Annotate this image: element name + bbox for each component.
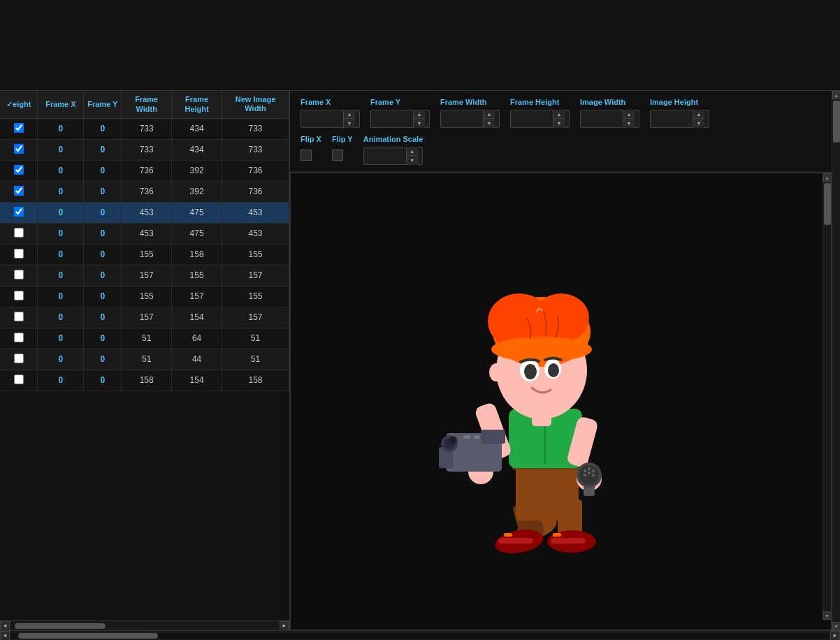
main-h-scrollbar[interactable]: ◄ ► [0, 630, 840, 640]
image-height-down[interactable]: ▼ [693, 119, 704, 128]
row-check [0, 202, 38, 223]
main-scroll-up[interactable]: ▲ [832, 91, 841, 99]
image-width-spinner[interactable]: 453 ▲ ▼ [580, 110, 639, 128]
image-height-up[interactable]: ▲ [693, 110, 704, 119]
svg-point-32 [451, 438, 455, 442]
main-h-thumb[interactable] [18, 633, 158, 639]
frame-width-up[interactable]: ▲ [484, 110, 495, 119]
row-cell-fx: 0 [38, 244, 84, 265]
table-row[interactable]: 00516451 [0, 328, 289, 349]
row-cell-fw: 51 [122, 328, 172, 349]
row-cell-niw: 453 [222, 223, 289, 244]
frame-width-label: Frame Width [440, 98, 500, 107]
image-height-input[interactable]: 475 [651, 112, 693, 125]
row-cell-niw: 155 [222, 286, 289, 307]
animation-scale-down[interactable]: ▼ [407, 156, 418, 165]
flip-y-checkbox-item [332, 147, 353, 161]
frame-x-input[interactable]: 0 [301, 112, 343, 125]
row-cell-niw: 733 [222, 139, 289, 160]
table-row[interactable]: 00157155157 [0, 265, 289, 286]
row-cell-niw: 736 [222, 160, 289, 181]
col-header-frame-height: Frame Height [172, 91, 222, 118]
col-header-check: ✓eight [0, 91, 38, 118]
animation-scale-input[interactable]: 0.9 [364, 150, 406, 162]
frame-width-spinner[interactable]: 453 ▲ ▼ [440, 110, 500, 128]
row-check [0, 181, 38, 202]
row-cell-fw: 453 [122, 202, 172, 223]
main-h-right[interactable]: ► [830, 631, 840, 641]
frame-y-input[interactable]: 0 [371, 112, 413, 125]
frame-height-spinner[interactable]: 475 ▲ ▼ [510, 110, 570, 128]
right-panel: Frame X 0 ▲ ▼ Frame Y 0 ▲ [290, 91, 832, 630]
main-v-thumb[interactable] [833, 101, 840, 143]
image-width-input[interactable]: 453 [581, 112, 623, 125]
svg-rect-33 [463, 435, 470, 439]
row-cell-fw: 453 [122, 223, 172, 244]
frame-width-group: Frame Width 453 ▲ ▼ [440, 98, 500, 128]
table-row[interactable]: 00157154157 [0, 307, 289, 328]
table-row[interactable]: 00736392736 [0, 181, 289, 202]
table-row[interactable]: 00155158155 [0, 244, 289, 265]
frame-x-up[interactable]: ▲ [344, 110, 355, 119]
row-check [0, 118, 38, 139]
h-scroll-thumb[interactable] [15, 623, 106, 629]
row-check [0, 139, 38, 160]
scroll-left-arrow[interactable]: ◄ [0, 621, 10, 631]
table-row[interactable]: 00155157155 [0, 286, 289, 307]
svg-rect-6 [551, 538, 586, 544]
table-h-scrollbar[interactable]: ◄ ► [0, 620, 289, 630]
frame-x-down[interactable]: ▼ [344, 119, 355, 128]
frame-height-group: Frame Height 475 ▲ ▼ [510, 98, 570, 128]
frame-height-up[interactable]: ▲ [553, 110, 565, 119]
row-cell-fw: 155 [122, 286, 172, 307]
frame-height-down[interactable]: ▼ [553, 119, 565, 128]
table-row[interactable]: 00733434733 [0, 118, 289, 139]
main-h-left[interactable]: ◄ [0, 631, 10, 641]
row-cell-fh: 475 [172, 202, 222, 223]
image-width-up[interactable]: ▲ [623, 110, 635, 119]
row-cell-fw: 157 [122, 307, 172, 328]
preview-scroll-down[interactable]: ▼ [823, 611, 832, 620]
animation-scale-up[interactable]: ▲ [407, 147, 418, 156]
table-row[interactable]: 00158154158 [0, 370, 289, 391]
top-bar [0, 0, 840, 91]
row-cell-fh: 64 [172, 328, 222, 349]
animation-scale-group: Animation Scale 0.9 ▲ ▼ [363, 135, 423, 165]
preview-v-scrollbar[interactable]: ▲ ▼ [823, 173, 831, 620]
flip-x-checkbox[interactable] [300, 150, 312, 161]
image-width-down[interactable]: ▼ [623, 119, 635, 128]
row-cell-fh: 434 [172, 139, 222, 160]
table-row[interactable]: 00733434733 [0, 139, 289, 160]
frame-y-spinner[interactable]: 0 ▲ ▼ [370, 110, 430, 128]
main-scroll-down[interactable]: ▼ [832, 622, 841, 630]
table-row[interactable]: 00453475453 [0, 223, 289, 244]
table-row[interactable]: 00736392736 [0, 160, 289, 181]
controls-area: Frame X 0 ▲ ▼ Frame Y 0 ▲ [290, 91, 832, 173]
frame-width-down[interactable]: ▼ [484, 119, 495, 128]
animation-scale-spinner[interactable]: 0.9 ▲ ▼ [363, 147, 423, 165]
image-height-spinner[interactable]: 475 ▲ ▼ [650, 110, 709, 128]
frame-x-spinner[interactable]: 0 ▲ ▼ [300, 110, 360, 128]
frame-y-down[interactable]: ▼ [414, 119, 425, 128]
frame-width-input[interactable]: 453 [441, 112, 483, 125]
row-cell-niw: 157 [222, 265, 289, 286]
frame-y-up[interactable]: ▲ [414, 110, 425, 119]
row-cell-fh: 157 [172, 286, 222, 307]
svg-point-38 [533, 293, 589, 342]
preview-v-thumb[interactable] [824, 183, 831, 225]
row-check [0, 286, 38, 307]
row-check [0, 244, 38, 265]
flip-y-checkbox[interactable] [332, 150, 343, 161]
row-cell-fw: 51 [122, 349, 172, 370]
preview-scroll-up[interactable]: ▲ [823, 173, 832, 182]
image-height-group: Image Height 475 ▲ ▼ [650, 98, 709, 128]
table-row[interactable]: 00514451 [0, 349, 289, 370]
frame-height-input[interactable]: 475 [511, 112, 553, 125]
main-v-scrollbar[interactable]: ▲ ▼ [832, 91, 840, 630]
row-cell-niw: 736 [222, 181, 289, 202]
row-cell-fy: 0 [84, 286, 122, 307]
row-cell-fx: 0 [38, 265, 84, 286]
col-header-frame-width: Frame Width [122, 91, 172, 118]
table-row[interactable]: 00453475453 [0, 202, 289, 223]
scroll-right-arrow[interactable]: ► [280, 621, 289, 631]
